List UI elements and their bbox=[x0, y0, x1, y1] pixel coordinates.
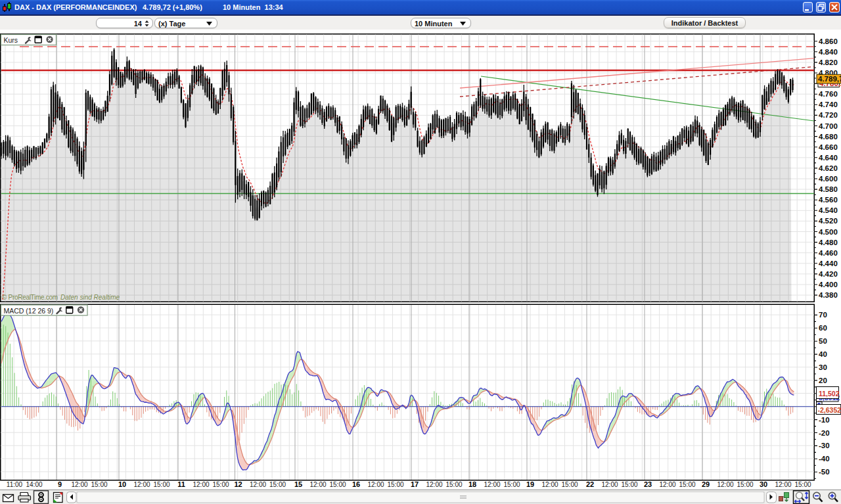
svg-text:29: 29 bbox=[702, 480, 710, 488]
svg-text:30: 30 bbox=[760, 480, 767, 488]
svg-text:-40: -40 bbox=[819, 455, 830, 463]
svg-text:-50: -50 bbox=[819, 468, 830, 476]
svg-text:15:00: 15:00 bbox=[91, 481, 107, 488]
svg-text:19: 19 bbox=[526, 480, 534, 488]
svg-text:Daten sind Realtime: Daten sind Realtime bbox=[60, 294, 120, 301]
svg-text:15:00: 15:00 bbox=[621, 481, 637, 488]
svg-text:12:00: 12:00 bbox=[367, 481, 384, 488]
svg-text:11:00: 11:00 bbox=[7, 481, 23, 488]
svg-text:11: 11 bbox=[177, 480, 185, 488]
svg-text:4.760: 4.760 bbox=[819, 90, 838, 98]
svg-text:-10: -10 bbox=[819, 416, 830, 424]
svg-text:4.720: 4.720 bbox=[819, 111, 838, 119]
svg-text:15:00: 15:00 bbox=[679, 481, 695, 488]
svg-text:4.400: 4.400 bbox=[819, 281, 838, 288]
svg-text:23: 23 bbox=[644, 480, 652, 488]
svg-text:4.700: 4.700 bbox=[819, 122, 838, 130]
svg-text:4.740: 4.740 bbox=[819, 101, 838, 108]
svg-text:© ProRealTime.com: © ProRealTime.com bbox=[2, 294, 58, 301]
svg-text:70: 70 bbox=[819, 311, 827, 319]
svg-text:12:00: 12:00 bbox=[71, 481, 87, 488]
svg-text:-20: -20 bbox=[819, 429, 830, 437]
svg-text:30: 30 bbox=[819, 363, 827, 371]
svg-text:15:00: 15:00 bbox=[445, 481, 462, 488]
svg-text:60: 60 bbox=[819, 324, 827, 332]
svg-text:14:00: 14:00 bbox=[26, 481, 42, 488]
svg-text:15:00: 15:00 bbox=[561, 481, 578, 488]
svg-text:12:00: 12:00 bbox=[717, 481, 733, 488]
svg-text:15:00: 15:00 bbox=[387, 481, 403, 488]
svg-text:18: 18 bbox=[468, 480, 476, 488]
svg-text:15:00: 15:00 bbox=[269, 481, 286, 488]
svg-text:9: 9 bbox=[58, 480, 62, 488]
svg-text:17: 17 bbox=[411, 480, 419, 488]
svg-text:4.600: 4.600 bbox=[819, 175, 838, 183]
svg-text:15:00: 15:00 bbox=[794, 481, 811, 488]
svg-text:4.380: 4.380 bbox=[819, 291, 838, 299]
svg-text:4.580: 4.580 bbox=[819, 185, 838, 193]
svg-text:15:00: 15:00 bbox=[503, 481, 520, 488]
svg-text:12:00: 12:00 bbox=[484, 481, 500, 488]
svg-text:4.789,72: 4.789,72 bbox=[818, 75, 841, 83]
svg-text:10: 10 bbox=[118, 480, 126, 488]
svg-text:4.460: 4.460 bbox=[819, 249, 838, 257]
svg-text:12: 12 bbox=[234, 480, 242, 488]
svg-text:4.860: 4.860 bbox=[819, 37, 838, 45]
svg-text:12:00: 12:00 bbox=[775, 481, 791, 488]
svg-text:15: 15 bbox=[294, 480, 302, 488]
svg-text:12:00: 12:00 bbox=[193, 481, 209, 488]
svg-text:4.520: 4.520 bbox=[819, 217, 838, 225]
svg-text:50: 50 bbox=[819, 337, 827, 345]
svg-text:15:00: 15:00 bbox=[329, 481, 346, 488]
svg-text:4.560: 4.560 bbox=[819, 196, 838, 204]
svg-text:4.420: 4.420 bbox=[819, 270, 838, 278]
svg-text:4.440: 4.440 bbox=[819, 260, 838, 267]
svg-text:15:00: 15:00 bbox=[737, 481, 753, 488]
svg-text:12:00: 12:00 bbox=[601, 481, 618, 488]
svg-text:-30: -30 bbox=[819, 442, 830, 449]
svg-text:15:00: 15:00 bbox=[212, 481, 229, 488]
svg-text:4.620: 4.620 bbox=[819, 164, 838, 172]
svg-text:20: 20 bbox=[819, 377, 827, 384]
svg-text:11,502: 11,502 bbox=[819, 390, 840, 398]
svg-text:4.680: 4.680 bbox=[819, 133, 838, 141]
svg-text:15:00: 15:00 bbox=[153, 481, 170, 488]
svg-text:12:00: 12:00 bbox=[133, 481, 150, 488]
svg-text:16: 16 bbox=[352, 480, 360, 488]
svg-text:4.500: 4.500 bbox=[819, 228, 838, 236]
svg-text:22: 22 bbox=[586, 480, 594, 488]
svg-text:12:00: 12:00 bbox=[659, 481, 675, 488]
svg-text:12:00: 12:00 bbox=[426, 481, 442, 488]
svg-text:4.660: 4.660 bbox=[819, 143, 838, 151]
svg-text:-2,6352: -2,6352 bbox=[818, 406, 841, 414]
svg-text:12:00: 12:00 bbox=[309, 481, 326, 488]
svg-text:12:00: 12:00 bbox=[250, 481, 266, 488]
svg-text:MACD (12 26 9): MACD (12 26 9) bbox=[4, 307, 54, 315]
svg-text:4.640: 4.640 bbox=[819, 154, 838, 162]
svg-text:12:00: 12:00 bbox=[541, 481, 558, 488]
svg-text:4.540: 4.540 bbox=[819, 206, 838, 214]
svg-text:Kurs: Kurs bbox=[4, 36, 18, 44]
svg-text:4.820: 4.820 bbox=[819, 58, 838, 66]
svg-text:40: 40 bbox=[819, 350, 827, 358]
svg-text:4.840: 4.840 bbox=[819, 48, 838, 56]
svg-text:4.480: 4.480 bbox=[819, 239, 838, 246]
